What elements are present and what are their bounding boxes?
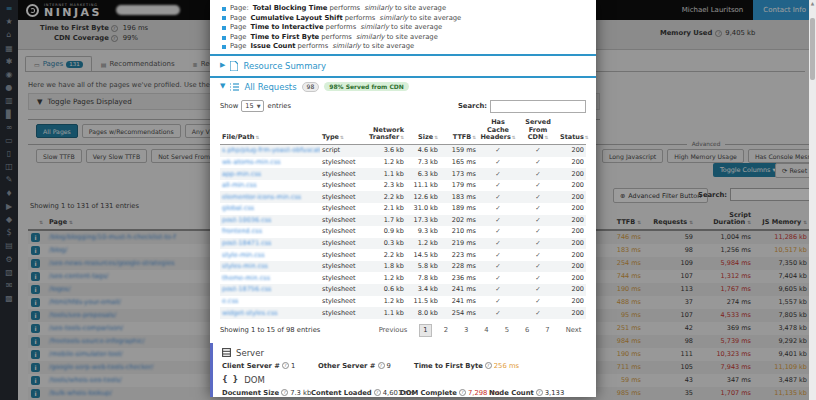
pagination-button[interactable]: 7 (541, 324, 554, 337)
all-requests-header[interactable]: ▼ All Requests 98 98% Served from CDN (210, 78, 596, 96)
request-size: 3.4 kb (418, 285, 438, 293)
request-file-link[interactable]: widget-styles.css (222, 309, 278, 317)
request-ttfb: 236 ms (452, 274, 476, 282)
dom-stat: Node Count 3,133 (489, 389, 578, 397)
help-icon[interactable] (459, 389, 466, 396)
request-file-link[interactable]: post-10036.css (222, 216, 271, 224)
pagination-button[interactable]: 5 (500, 324, 513, 337)
request-file-link[interactable]: styles-min.css (222, 262, 268, 270)
check-icon (495, 158, 500, 166)
help-icon[interactable] (536, 389, 543, 396)
performance-bullet: Page Time to First Byte performs similar… (222, 33, 584, 43)
scroll-up-arrow-icon[interactable]: ▲ (809, 0, 816, 7)
column-header-type[interactable]: Type (320, 118, 362, 144)
performance-bullet: Page Issue Count performs similarly to s… (222, 42, 584, 52)
column-header-network-transfer[interactable]: Network Transfer (362, 118, 406, 144)
request-ttfb: 202 ms (452, 216, 476, 224)
pagination-button[interactable]: 4 (480, 324, 493, 337)
check-icon (535, 227, 540, 235)
check-icon (535, 274, 540, 282)
request-file-link[interactable]: post-18471.css (222, 239, 271, 247)
check-icon (495, 170, 500, 178)
bullet-suffix: to site average (391, 23, 442, 33)
check-icon (495, 285, 500, 293)
stat-label: Content Loaded (311, 389, 372, 397)
request-row: e.css stylesheet 1.2 kb 11.5 kb 241 ms 2… (220, 296, 586, 308)
column-header-served-from-cdn[interactable]: Served From CDN (518, 118, 558, 144)
request-file-link[interactable]: elementor-icons-min.css (222, 193, 301, 201)
check-icon (495, 227, 500, 235)
cdn-served-badge: 98% Served from CDN (324, 82, 409, 91)
check-icon (495, 297, 500, 305)
help-icon[interactable] (281, 389, 288, 396)
server-icon (222, 348, 231, 357)
page-size-select[interactable]: 15 ▼ (241, 100, 264, 112)
request-size: 8.0 kb (418, 309, 438, 317)
caret-down-icon: ▼ (257, 103, 261, 109)
column-header-ttfb[interactable]: TTFB (440, 118, 478, 144)
column-header-status[interactable]: Status (558, 118, 586, 144)
request-file-link[interactable]: wk-atoms-min.css (222, 158, 281, 166)
request-file-link[interactable]: theme-min.css (222, 274, 270, 282)
dom-stat: Document Size 7.3 kb (222, 389, 311, 397)
request-type: stylesheet (322, 158, 356, 166)
request-file-link[interactable]: post-18756.css (222, 285, 271, 293)
request-network-transfer: 2.3 kb (384, 181, 404, 189)
resource-summary-header[interactable]: ▶ Resource Summary (210, 56, 596, 76)
bullet-icon (222, 36, 226, 40)
request-file-link[interactable]: all-min.css (222, 181, 257, 189)
bullet-comparison: similarly (332, 42, 361, 52)
pagination-button[interactable]: Next (561, 324, 586, 337)
check-icon (495, 274, 500, 282)
request-size: 9.3 kb (418, 227, 438, 235)
request-type: stylesheet (322, 297, 356, 305)
request-network-transfer: 0.9 kb (384, 227, 404, 235)
requests-search-input[interactable] (490, 100, 586, 113)
request-file-link[interactable]: s.php/plug-frm-yoast-obfuscated.js (222, 146, 320, 154)
page-size-value: 15 (245, 102, 253, 110)
request-type: stylesheet (322, 285, 356, 293)
bullet-prefix: Page: (230, 4, 249, 14)
scrollbar-thumb[interactable] (810, 18, 815, 80)
pagination-button[interactable]: 1 (419, 324, 432, 337)
check-icon (535, 170, 540, 178)
request-ttfb: 189 ms (452, 204, 476, 212)
pagination-button[interactable]: 6 (521, 324, 534, 337)
request-file-link[interactable]: app-min.css (222, 170, 261, 178)
requests-table: File/Path Type Network Transfer Size TTF… (220, 118, 586, 319)
pagination-button[interactable]: 3 (460, 324, 473, 337)
request-row: post-18471.css stylesheet 0.3 kb 1.2 kb … (220, 238, 586, 250)
vertical-scrollbar[interactable]: ▲ (809, 0, 816, 400)
performance-bullet: Page: Total Blocking Time performs simil… (222, 4, 584, 14)
help-icon[interactable] (378, 362, 385, 369)
bullet-comparison: similarly (364, 4, 393, 14)
request-file-link[interactable]: global.css (222, 204, 254, 212)
stat-value: 3,133 (545, 389, 564, 397)
request-size: 17.3 kb (414, 216, 438, 224)
request-file-link[interactable]: frontend.css (222, 227, 262, 235)
help-icon[interactable] (485, 362, 492, 369)
bullet-metric: Time to Interactive (250, 23, 323, 33)
document-icon (230, 61, 238, 71)
dom-stat: Content Loaded 4,601 ms (311, 389, 400, 397)
column-header-size[interactable]: Size (406, 118, 440, 144)
requests-search: Search: (458, 100, 586, 113)
request-file-link[interactable]: e.css (222, 297, 238, 305)
request-ttfb: 159 ms (452, 146, 476, 154)
column-header-has-cache-headers[interactable]: Has Cache Headers (478, 118, 518, 144)
check-icon (495, 181, 500, 189)
request-file-link[interactable]: style-min.css (222, 251, 265, 259)
pagination-button[interactable]: 2 (439, 324, 452, 337)
request-size: 14.5 kb (414, 251, 438, 259)
bullet-metric: Cumulative Layout Shift (250, 14, 342, 24)
help-icon[interactable] (282, 362, 289, 369)
pagination-button[interactable]: Previous (374, 324, 412, 337)
performance-bullet: Page Time to Interactive performs simila… (222, 23, 584, 33)
bullet-icon (222, 45, 226, 49)
check-icon (535, 146, 540, 154)
request-row: styles-min.css stylesheet 1.8 kb 5.8 kb … (220, 261, 586, 273)
dom-title-text: DOM (244, 375, 265, 385)
column-header-file-path[interactable]: File/Path (220, 118, 320, 144)
help-icon[interactable] (374, 389, 381, 396)
stat-label: DOM Complete (400, 389, 457, 397)
